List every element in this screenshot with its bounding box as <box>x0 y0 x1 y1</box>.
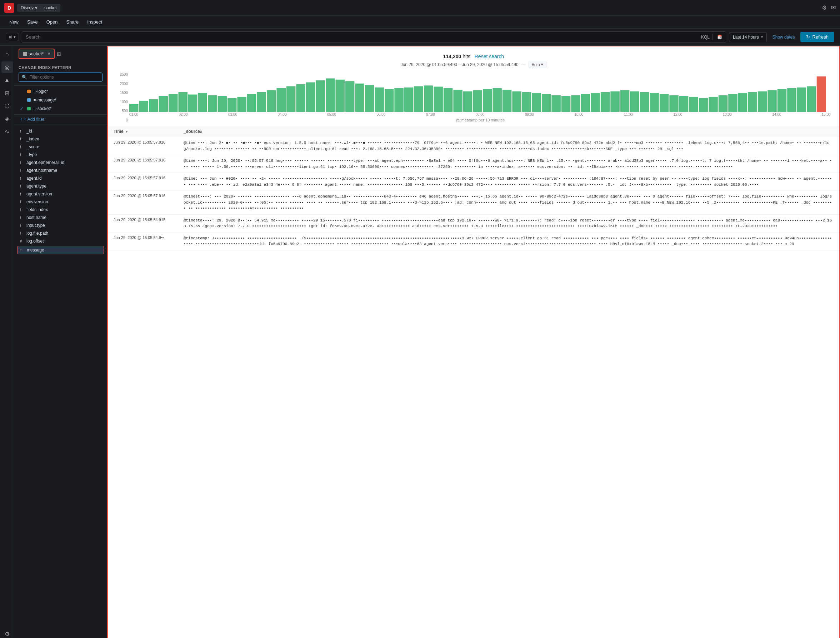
menu-inspect[interactable]: Inspect <box>84 18 106 26</box>
sort-icon: ▼ <box>125 129 129 134</box>
field-name-type: _type <box>27 152 37 157</box>
time-label: Time <box>114 129 123 134</box>
svg-rect-40 <box>522 92 531 112</box>
field-score[interactable]: f _score <box>14 143 107 151</box>
hits-count: 114,200 <box>443 54 461 59</box>
index-color-socket <box>27 107 31 111</box>
nav-settings[interactable]: ⚙ <box>2 628 13 638</box>
field-hostname[interactable]: f agent.hostname <box>14 166 107 174</box>
main-content: 114,200 hits Reset search Jun 29, 2020 @… <box>107 46 840 638</box>
chart-title: 114,200 hits Reset search <box>117 54 831 59</box>
col-time-header[interactable]: Time ▼ <box>114 129 178 134</box>
menu-share[interactable]: Share <box>63 18 82 26</box>
add-filter-section: + + Add filter <box>14 115 107 124</box>
nav-home[interactable]: ⌂ <box>2 49 13 60</box>
search-bar: ⊞ ▾ KQL 📅 Last 14 hours ▾ Show dates ↻ R… <box>0 28 840 46</box>
field-log-offset[interactable]: # log.offset <box>14 237 107 245</box>
result-source-3: @timest▪▪▪▪: ▪▪▪ 2020▪ ▪▪▪▪▪▪ ▪▪▪▪▪▪▪▪▪▪… <box>183 194 834 212</box>
tab-label: -socket <box>43 5 57 10</box>
field-agent-id[interactable]: f agent.id <box>14 174 107 182</box>
svg-rect-49 <box>610 92 620 112</box>
index-color-logic <box>27 90 31 93</box>
index-item-logic[interactable]: =-logic* <box>14 87 107 96</box>
x-09: 09:00 <box>525 112 534 117</box>
svg-rect-30 <box>424 85 433 112</box>
field-agent-version[interactable]: f agent.version <box>14 190 107 198</box>
nav-maps[interactable]: ◈ <box>2 113 13 124</box>
settings-icon[interactable]: ⚙ <box>822 4 827 11</box>
sidebar-expand-icon[interactable]: ⊞ <box>57 51 61 57</box>
x-14: 14:00 <box>772 112 781 117</box>
menu-new[interactable]: New <box>6 18 22 26</box>
index-dropdown[interactable]: ⊞ ▾ <box>6 33 19 41</box>
svg-rect-29 <box>414 87 423 112</box>
field-index[interactable]: f _index <box>14 135 107 143</box>
svg-rect-36 <box>483 89 492 112</box>
show-dates-button[interactable]: Show dates <box>770 33 798 41</box>
svg-rect-23 <box>355 84 364 112</box>
auto-interval-select[interactable]: Auto ▾ <box>529 61 547 68</box>
reset-search-button[interactable]: Reset search <box>475 54 504 59</box>
menu-save[interactable]: Save <box>24 18 41 26</box>
nav-dashboard[interactable]: ⊞ <box>2 87 13 99</box>
field-type-field[interactable]: f _type <box>14 151 107 159</box>
refresh-button[interactable]: ↻ Refresh <box>801 32 834 42</box>
index-item-message[interactable]: =-message* <box>14 96 107 104</box>
svg-rect-37 <box>493 88 502 112</box>
field-name-it: input.type <box>27 223 45 228</box>
sidebar: socket* ∨ ⊞ CHANGE INDEX PATTERN 🔍 <box>14 46 107 638</box>
svg-rect-1 <box>139 101 148 112</box>
hits-label-text: hits <box>463 54 471 59</box>
chart-bars-container: 01:00 02:00 03:00 04:00 05:00 06:00 07:0… <box>129 73 831 122</box>
svg-rect-56 <box>679 96 688 112</box>
table-row[interactable]: Jun 29, 2020 @ 15:05:54.915 @timesta▪▪▪▪… <box>108 215 839 232</box>
nav-canvas[interactable]: ⬡ <box>2 100 13 111</box>
field-log-file-path[interactable]: f log.file.path <box>14 229 107 237</box>
field-host-name[interactable]: f host.name <box>14 214 107 221</box>
svg-rect-47 <box>591 93 600 112</box>
field-type-agent-type: f <box>20 184 24 188</box>
table-row[interactable]: Jun 29, 2020 @ 15:05:57.916 @timest▪▪▪▪:… <box>108 191 839 215</box>
nav-ml[interactable]: ∿ <box>2 126 13 137</box>
svg-rect-20 <box>326 79 335 112</box>
app-tab[interactable]: Discover · -socket <box>17 4 60 12</box>
add-filter-button[interactable]: + + Add filter <box>20 117 101 122</box>
index-pattern-icon-wrap: socket* <box>23 51 44 57</box>
filter-options-input[interactable] <box>29 75 99 80</box>
field-name-score: _score <box>27 144 39 149</box>
field-ephemeral-id[interactable]: f agent.ephemeral_id <box>14 159 107 166</box>
menu-open[interactable]: Open <box>43 18 62 26</box>
table-row[interactable]: Jun 29, 2020 @ 15:05:54.9▪▪ @timestamp: … <box>108 232 839 250</box>
index-item-socket[interactable]: ✓ =-socket* <box>14 104 107 113</box>
svg-rect-33 <box>453 90 463 112</box>
field-agent-type[interactable]: f agent.type <box>14 182 107 190</box>
svg-rect-53 <box>650 93 659 112</box>
table-row[interactable]: Jun 29, 2020 @ 15:05:57.916 @time ▪▪▪▪: … <box>108 155 839 173</box>
field-fields-index[interactable]: f fields.index <box>14 206 107 214</box>
field-ecs-version[interactable]: f ecs.version <box>14 198 107 206</box>
field-id[interactable]: f _id <box>14 127 107 135</box>
chart-dash: — <box>521 62 526 67</box>
index-pattern-button[interactable]: socket* ∨ <box>19 49 55 59</box>
search-input[interactable] <box>26 34 695 39</box>
svg-rect-54 <box>660 94 669 112</box>
mail-icon[interactable]: ✉ <box>831 4 836 11</box>
field-name-lo: log.offset <box>27 238 44 244</box>
index-name-socket: =-socket* <box>33 106 51 111</box>
time-picker[interactable]: Last 14 hours ▾ <box>729 32 767 42</box>
field-input-type[interactable]: f input.type <box>14 221 107 229</box>
x-13: 13:00 <box>723 112 732 117</box>
x-11: 11:00 <box>624 112 633 117</box>
table-row[interactable]: Jun 29, 2020 @ 15:05:57.916 @time ▪▪▪: J… <box>108 137 839 155</box>
x-06: 06:00 <box>376 112 385 117</box>
nav-discover[interactable]: ◎ <box>2 62 13 73</box>
field-name-lfp: log.file.path <box>27 231 48 236</box>
result-time-4: Jun 29, 2020 @ 15:05:54.915 <box>114 218 178 222</box>
field-message[interactable]: f message <box>17 246 104 254</box>
nav-visualize[interactable]: ▲ <box>2 74 13 86</box>
add-filter-icon: + <box>20 117 22 122</box>
top-bar: D Discover · -socket ⚙ ✉ <box>0 0 840 16</box>
svg-rect-9 <box>218 96 227 112</box>
table-row[interactable]: Jun 29, 2020 @ 15:05:57.916 @time: ▪▪▪ J… <box>108 173 839 191</box>
svg-rect-41 <box>532 93 541 112</box>
